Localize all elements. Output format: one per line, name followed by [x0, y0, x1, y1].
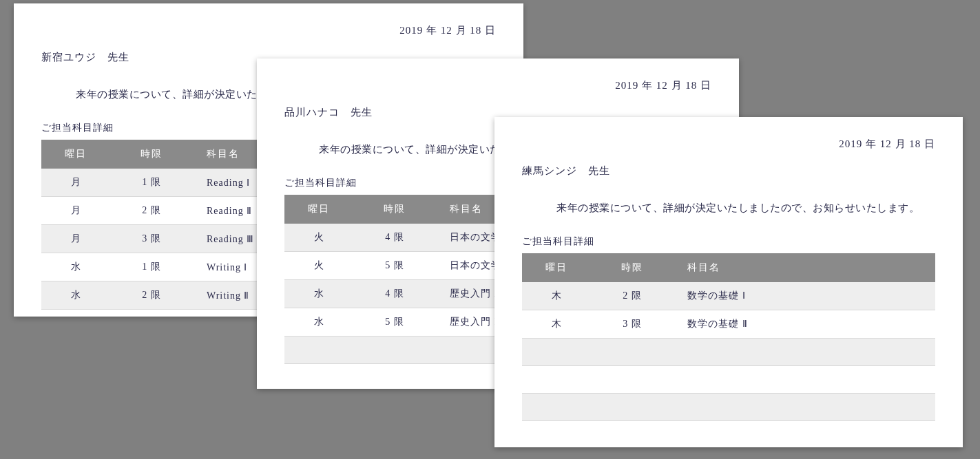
header-day: 曜日 — [522, 253, 591, 282]
cell-subject: 数学の基礎 Ⅱ — [674, 310, 935, 339]
header-period: 時限 — [353, 195, 436, 224]
header-period: 時限 — [110, 140, 193, 169]
cell-period: 2 限 — [591, 282, 674, 310]
cell-period: 5 限 — [353, 308, 436, 337]
cell-empty — [522, 366, 591, 394]
table-header-row: 曜日 時限 科目名 — [522, 253, 935, 282]
cell-period: 4 限 — [353, 224, 436, 252]
header-day: 曜日 — [284, 195, 353, 224]
cell-empty — [591, 394, 674, 421]
body-text: 来年の授業について、詳細が決定いたしましたので、お知らせいたします。 — [522, 202, 935, 215]
header-day: 曜日 — [41, 140, 110, 169]
cell-period: 1 限 — [110, 253, 193, 281]
cell-day: 月 — [41, 225, 110, 253]
cell-day: 水 — [284, 280, 353, 308]
cell-empty — [674, 366, 935, 394]
cell-empty — [522, 339, 591, 366]
cell-empty — [674, 394, 935, 421]
cell-day: 水 — [41, 253, 110, 281]
table-body-3: 木2 限数学の基礎 Ⅰ木3 限数学の基礎 Ⅱ — [522, 282, 935, 421]
cell-empty — [522, 394, 591, 421]
recipient-text: 練馬シンジ 先生 — [522, 164, 935, 178]
date-text: 2019 年 12 月 18 日 — [522, 138, 935, 151]
table-row-empty — [522, 339, 935, 366]
cell-day: 月 — [41, 169, 110, 197]
cell-day: 木 — [522, 282, 591, 310]
date-text: 2019 年 12 月 18 日 — [41, 24, 496, 37]
table-row-empty — [522, 366, 935, 394]
header-period: 時限 — [591, 253, 674, 282]
cell-empty — [284, 337, 353, 364]
header-subject: 科目名 — [674, 253, 935, 282]
table-row: 木2 限数学の基礎 Ⅰ — [522, 282, 935, 310]
schedule-table: 曜日 時限 科目名 木2 限数学の基礎 Ⅰ木3 限数学の基礎 Ⅱ — [522, 253, 935, 421]
date-text: 2019 年 12 月 18 日 — [284, 79, 711, 92]
document-page-3: 2019 年 12 月 18 日 練馬シンジ 先生 来年の授業について、詳細が決… — [494, 117, 963, 447]
table-row-empty — [522, 394, 935, 421]
cell-period: 4 限 — [353, 280, 436, 308]
cell-empty — [353, 337, 436, 364]
cell-empty — [591, 339, 674, 366]
section-title: ご担当科目詳細 — [522, 235, 935, 248]
cell-subject: 数学の基礎 Ⅰ — [674, 282, 935, 310]
cell-day: 月 — [41, 197, 110, 225]
cell-period: 2 限 — [110, 197, 193, 225]
cell-day: 水 — [41, 281, 110, 310]
cell-day: 火 — [284, 224, 353, 252]
cell-period: 1 限 — [110, 169, 193, 197]
table-row: 木3 限数学の基礎 Ⅱ — [522, 310, 935, 339]
cell-period: 3 限 — [591, 310, 674, 339]
cell-day: 火 — [284, 252, 353, 280]
cell-day: 水 — [284, 308, 353, 337]
cell-empty — [591, 366, 674, 394]
cell-period: 3 限 — [110, 225, 193, 253]
cell-period: 2 限 — [110, 281, 193, 310]
cell-period: 5 限 — [353, 252, 436, 280]
cell-empty — [674, 339, 935, 366]
cell-day: 木 — [522, 310, 591, 339]
